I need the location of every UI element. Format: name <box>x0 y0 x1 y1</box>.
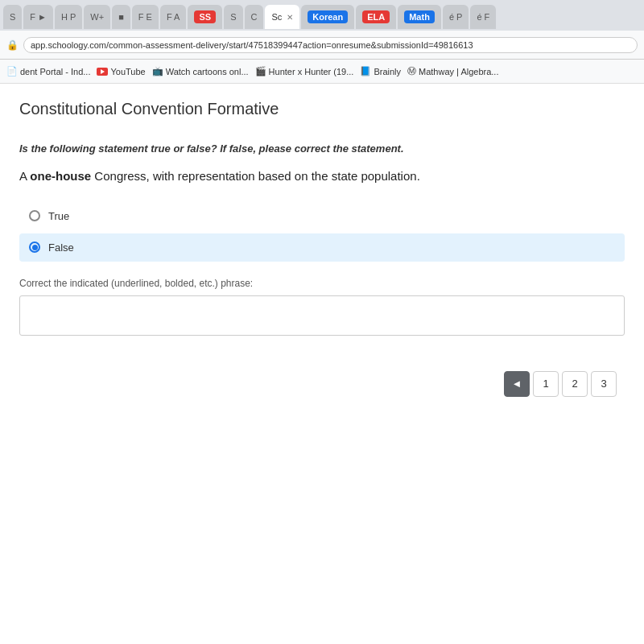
lock-icon: 🔒 <box>6 39 19 51</box>
tab-ep[interactable]: é P <box>443 5 469 29</box>
option-false-row[interactable]: False <box>19 233 625 262</box>
correction-label: Correct the indicated (underlined, bolde… <box>19 278 625 289</box>
page-title: Constitutional Convention Formative <box>19 100 625 118</box>
tab-ef-label: é F <box>477 12 489 22</box>
correction-input[interactable] <box>19 295 625 336</box>
tab-f[interactable]: F ► <box>23 5 53 29</box>
bookmark-youtube-label: YouTube <box>110 67 145 76</box>
option-true-row[interactable]: True <box>19 202 625 230</box>
tab-f-label: F ► <box>30 12 47 22</box>
tab-s-label: S <box>10 12 15 22</box>
tab-ss[interactable]: SS <box>188 5 222 29</box>
radio-true[interactable] <box>29 210 40 221</box>
page-content: Constitutional Convention Formative Is t… <box>0 84 644 644</box>
tab-h[interactable]: H P <box>55 5 82 29</box>
tab-w-label: W+ <box>90 12 104 22</box>
tab-s2-label: S <box>230 12 236 22</box>
tab-ep-label: é P <box>449 12 463 22</box>
radio-false[interactable] <box>29 242 40 253</box>
correction-section: Correct the indicated (underlined, bolde… <box>19 278 625 339</box>
tab-c[interactable]: C <box>245 5 264 29</box>
bookmark-brainly-label: Brainly <box>374 67 401 76</box>
tab-sc-active[interactable]: Sc ✕ <box>265 5 299 29</box>
bookmark-mathway-label: Mathway | Algebra... <box>419 67 498 76</box>
bookmark-hunter[interactable]: 🎬 Hunter x Hunter (19... <box>255 66 354 76</box>
tab-math[interactable]: Math <box>398 5 441 29</box>
pagination: ◄ 1 2 3 <box>19 371 625 397</box>
bookmark-portal-label: dent Portal - Ind... <box>20 67 90 76</box>
browser-chrome: S F ► H P W+ ■ F E F A SS S C Sc ✕ <box>0 0 644 84</box>
youtube-icon <box>97 68 108 76</box>
tab-fe[interactable]: F E <box>132 5 159 29</box>
tab-sc-label: Sc <box>271 12 282 22</box>
bookmark-portal-icon: 📄 <box>6 66 18 76</box>
question-bold-word: one-house <box>30 169 91 183</box>
tab-bar: S F ► H P W+ ■ F E F A SS S C Sc ✕ <box>0 0 644 31</box>
tab-h-label: H P <box>61 12 76 22</box>
tab-c-label: C <box>251 12 258 22</box>
tab-sc-close-icon[interactable]: ✕ <box>287 13 293 22</box>
bookmark-hunter-icon: 🎬 <box>255 66 266 76</box>
bookmark-brainly[interactable]: 📘 Brainly <box>360 66 401 76</box>
tab-square[interactable]: ■ <box>112 5 130 29</box>
bookmark-cartoons-icon: 📺 <box>152 66 163 76</box>
tab-s2[interactable]: S <box>224 5 242 29</box>
tab-ela-pill: ELA <box>362 10 390 23</box>
bookmark-cartoons-label: Watch cartoons onl... <box>166 67 249 76</box>
bookmark-brainly-icon: 📘 <box>360 66 371 76</box>
bookmarks-bar: 📄 dent Portal - Ind... YouTube 📺 Watch c… <box>0 60 644 84</box>
question-text: A one-house Congress, with representatio… <box>19 167 625 186</box>
bookmark-mathway[interactable]: Ⓜ Mathway | Algebra... <box>407 65 498 77</box>
question-text-after: Congress, with representation based on t… <box>91 169 420 183</box>
tab-korean[interactable]: Korean <box>301 5 354 29</box>
bookmark-cartoons[interactable]: 📺 Watch cartoons onl... <box>152 66 249 76</box>
tab-math-pill: Math <box>404 10 435 23</box>
option-false-label: False <box>48 242 74 254</box>
tab-ef[interactable]: é F <box>470 5 496 29</box>
url-field[interactable]: app.schoology.com/common-assessment-deli… <box>23 37 638 53</box>
pagination-page-1[interactable]: 1 <box>533 371 559 397</box>
tab-fa-label: F A <box>167 12 180 22</box>
tab-fa[interactable]: F A <box>160 5 187 29</box>
option-true-label: True <box>48 210 69 222</box>
bookmark-mathway-icon: Ⓜ <box>407 65 416 77</box>
question-instruction: Is the following statement true or false… <box>19 142 625 155</box>
bookmark-hunter-label: Hunter x Hunter (19... <box>269 67 354 76</box>
pagination-page-3[interactable]: 3 <box>591 371 617 397</box>
tab-s[interactable]: S <box>3 5 22 29</box>
address-bar: 🔒 app.schoology.com/common-assessment-de… <box>0 31 644 60</box>
pagination-prev-button[interactable]: ◄ <box>504 371 530 397</box>
tab-w[interactable]: W+ <box>84 5 110 29</box>
tab-square-label: ■ <box>118 12 124 22</box>
tab-korean-pill: Korean <box>308 10 348 23</box>
tab-fe-label: F E <box>138 12 152 22</box>
bookmark-youtube[interactable]: YouTube <box>97 67 145 76</box>
bookmark-portal[interactable]: 📄 dent Portal - Ind... <box>6 66 90 76</box>
pagination-page-2[interactable]: 2 <box>562 371 588 397</box>
tab-ela[interactable]: ELA <box>356 5 396 29</box>
tab-ss-pill: SS <box>194 10 216 23</box>
